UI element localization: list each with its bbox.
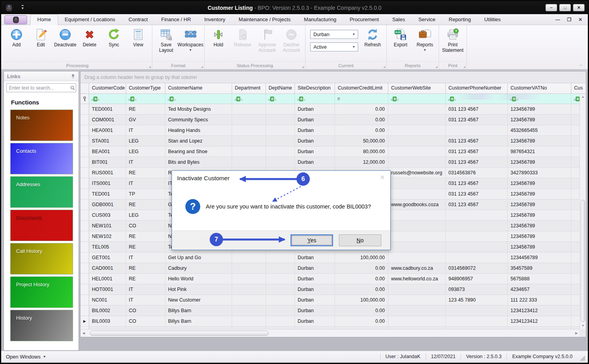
no-button[interactable]: No — [339, 234, 381, 246]
column-header-customercode[interactable]: CustomerCode — [89, 83, 126, 93]
table-row-ted0001[interactable]: TED0001RETed Mosby DesignsDurban0.00031 … — [80, 104, 586, 115]
search-icon[interactable] — [70, 85, 75, 91]
minimize-button[interactable]: ‒ — [545, 4, 557, 11]
horizontal-scrollbar[interactable]: ◀ ▶ — [80, 329, 580, 337]
vscroll-thumb[interactable] — [581, 200, 585, 322]
table-row-nc001[interactable]: NC001ITNew CustomerDurban100,000.00123 4… — [80, 295, 586, 305]
edit-button[interactable]: Edit — [29, 27, 53, 48]
sync-button[interactable]: Sync — [102, 27, 126, 48]
tab-service[interactable]: Service — [412, 15, 442, 25]
table-row-cad0001[interactable]: CAD0001RECadburyDurban0.00www.cadbury.co… — [80, 263, 586, 274]
save-layout-button[interactable]: Save Layout — [154, 27, 178, 53]
tab-reporting[interactable]: Reporting — [442, 15, 477, 25]
column-header-customercreditlimit[interactable]: CustomerCreditLimit — [335, 83, 388, 93]
tab-inventory[interactable]: Inventory — [198, 15, 232, 25]
function-documents[interactable]: Documents — [10, 210, 73, 241]
vertical-scrollbar[interactable]: ▲ ▼ — [580, 94, 586, 329]
tab-manufacturing[interactable]: Manufacturing — [297, 15, 343, 25]
status-select[interactable]: Active▼ — [310, 42, 358, 51]
print-statement-button[interactable]: ?Print Statement — [441, 27, 465, 53]
scroll-right-icon[interactable]: ▶ — [573, 329, 580, 337]
filter-cell-customername[interactable]: aBc — [165, 94, 232, 104]
column-header-customerwebsite[interactable]: CustomerWebSite — [388, 83, 446, 93]
cell: GV — [126, 115, 165, 125]
table-row-bil0002[interactable]: BIL0002COBillys BarnDurban0.001234123412 — [80, 305, 586, 316]
filter-cell-customerwebsite[interactable]: aBc — [388, 94, 446, 104]
export-button[interactable]: XLSXExport — [388, 27, 413, 48]
table-row-hot0001[interactable]: HOT0001ITHot PinkDurban0.000938734234657 — [80, 284, 586, 295]
function-history[interactable]: History — [10, 310, 73, 341]
workspaces-button[interactable]: Workspaces▼ — [178, 27, 203, 52]
mdi-minimize-icon[interactable]: — — [555, 17, 560, 22]
table-row-bit001[interactable]: BIT001ITBits and BytesDurban12,000.00031… — [80, 157, 586, 168]
tab-equipment-locations[interactable]: Equipment / Locations — [58, 15, 122, 25]
maximize-button[interactable]: □ — [559, 4, 571, 11]
tab-utilities[interactable]: Utilities — [477, 15, 507, 25]
site-select[interactable]: Durban▼ — [310, 30, 358, 39]
table-row-hea0001[interactable]: HEA0001ITHealing HandsDurban0.0045326654… — [80, 125, 586, 136]
filter-cell-deptname[interactable]: aBc — [266, 94, 295, 104]
cell: RE — [126, 242, 165, 252]
tab-contract[interactable]: Contract — [122, 15, 154, 25]
column-header-sitedescription[interactable]: SiteDescription — [295, 83, 335, 93]
tab-home[interactable]: Home — [30, 14, 58, 25]
table-row-bil0003[interactable]: ▶BIL0003COBillys BarnDurban0.00123412341… — [80, 316, 586, 327]
column-header-deptname[interactable]: DeptName — [266, 83, 295, 93]
cell: Durban — [295, 104, 335, 114]
cell: STA001 — [89, 136, 126, 146]
filter-cell-customercode[interactable]: aBc — [89, 94, 126, 104]
deactivate-button[interactable]: Deactivate — [53, 27, 77, 48]
close-button[interactable]: ✕ — [573, 4, 585, 11]
refresh-button[interactable]: Refresh — [360, 27, 385, 48]
column-header-customername[interactable]: CustomerName — [165, 83, 232, 93]
filter-cell-department[interactable]: aBc — [232, 94, 266, 104]
function-notes[interactable]: Notes — [10, 110, 73, 141]
function-call-history[interactable]: Call History — [10, 243, 73, 274]
row-indicator — [80, 168, 89, 178]
function-project-history[interactable]: Project History — [10, 276, 73, 308]
tab-sales[interactable]: Sales — [386, 15, 412, 25]
filter-cell-customertype[interactable]: aBc — [126, 94, 165, 104]
column-header-customervatno[interactable]: CustomerVATNo — [508, 83, 571, 93]
mdi-close-icon[interactable]: ✕ — [578, 17, 582, 22]
delete-button[interactable]: Delete — [77, 27, 102, 48]
yes-button[interactable]: Yes — [291, 234, 333, 246]
tab-procurement[interactable]: Procurement — [343, 15, 385, 25]
resize-grip[interactable] — [580, 356, 586, 362]
pin-icon[interactable] — [71, 74, 75, 79]
column-header-cus[interactable]: Cus — [571, 83, 586, 93]
ribbon-collapse-icon[interactable]: ︿ — [579, 62, 583, 68]
reports-button[interactable]: Reports▼ — [413, 27, 437, 52]
filter-cell-sitedescription[interactable]: aBc — [295, 94, 335, 104]
column-header-department[interactable]: Department — [232, 83, 266, 93]
column-header-customertype[interactable]: CustomerType — [126, 83, 165, 93]
add-button[interactable]: Add — [4, 27, 29, 48]
table-row-com0001[interactable]: COM0001GVCommunity SpecsDurban0.00031 12… — [80, 115, 586, 125]
tab-finance-hr[interactable]: Finance / HR — [154, 15, 198, 25]
hold-button[interactable]: Hold — [206, 27, 230, 48]
table-row-sta001[interactable]: STA001LEGStan and LopezDurban50,000.0003… — [80, 136, 586, 146]
app-menu-button[interactable] — [4, 15, 27, 24]
view-button[interactable]: View — [126, 27, 150, 48]
function-addresses[interactable]: Addresses — [10, 176, 73, 208]
scroll-down-icon[interactable]: ▼ — [580, 323, 586, 329]
filter-cell-customerphonenumber[interactable]: aBc — [446, 94, 508, 104]
scroll-up-icon[interactable]: ▲ — [580, 94, 586, 100]
table-row-get001[interactable]: GET001ITGet Up and GoDurban100,000.00123… — [80, 252, 586, 263]
dialog-close-icon[interactable]: ✕ — [380, 174, 385, 181]
scroll-left-icon[interactable]: ◀ — [80, 329, 87, 337]
tab-maintenance-projects[interactable]: Maintenance / Projects — [232, 15, 297, 25]
open-windows-button[interactable]: Open Windows▼ — [6, 354, 46, 360]
function-contacts[interactable]: Contacts — [10, 143, 73, 174]
row-indicator — [80, 295, 89, 305]
table-row-hel0001[interactable]: HEL0001REHello WorldDurban0.00www.hellow… — [80, 274, 586, 284]
filter-cell-customercreditlimit[interactable]: = — [335, 94, 388, 104]
quick-access-caret[interactable]: ▾ — [22, 5, 24, 10]
column-header-customerphonenumber[interactable]: CustomerPhoneNumber — [446, 83, 508, 93]
mdi-restore-icon[interactable]: ❐ — [567, 17, 571, 22]
cell: 0.00 — [335, 125, 388, 135]
filter-cell-customervatno[interactable]: aBc — [508, 94, 571, 104]
hscroll-thumb[interactable] — [90, 331, 269, 336]
search-input[interactable] — [7, 85, 70, 91]
table-row-bea001[interactable]: BEA001LEGBearing and ShoeDurban80,000.00… — [80, 146, 586, 157]
